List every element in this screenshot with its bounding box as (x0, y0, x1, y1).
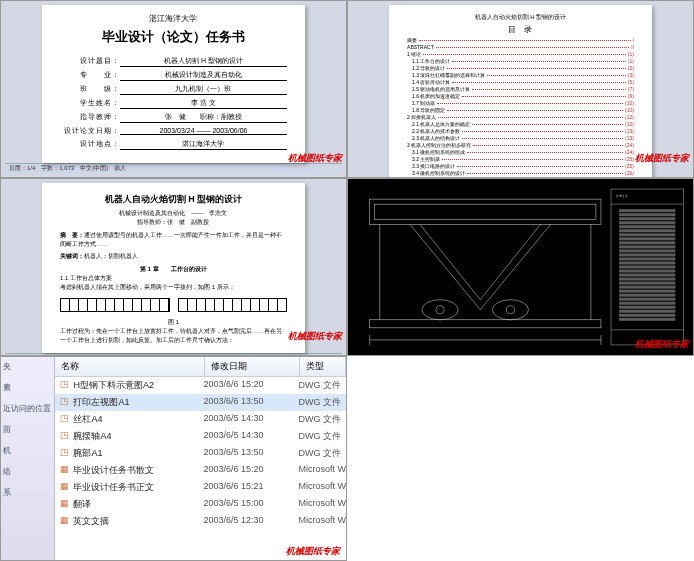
file-icon: ◳ (55, 430, 73, 443)
form-value: 机器人切割 H 型钢的设计 (120, 56, 287, 67)
file-date: 2003/6/6 15:20 (203, 379, 298, 392)
form-value: 机械设计制造及其自动化 (120, 70, 287, 81)
form-label: 学生姓名： (60, 98, 120, 108)
file-row[interactable]: ◳腕部A12003/6/5 13:50DWG 文件 (55, 445, 346, 462)
toc-row: 3.3 接口电路的设计(25) (407, 163, 634, 170)
file-icon: ▦ (55, 498, 73, 511)
toc-text: 1 绪论 (407, 51, 421, 58)
toc-row: 1.3 滚珠丝杠螺母副的选择和计算(3) (407, 72, 634, 79)
file-row[interactable]: ◳H型钢下料示意图A22003/6/6 15:20DWG 文件 (55, 377, 346, 394)
col-date[interactable]: 修改日期 (205, 357, 300, 376)
sidebar-link[interactable]: 夹 (3, 361, 52, 372)
file-row[interactable]: ◳丝杠A42003/6/5 14:30DWG 文件 (55, 411, 346, 428)
cad-svg: 技术要求 (348, 179, 693, 355)
sidebar-link[interactable]: 面 (3, 424, 52, 435)
body-text-2: 工作过程为：先在一个工作台上放置好工件，待机器人对齐，点气割完后……再在另一个工… (60, 327, 287, 345)
essay-title: 机器人自动火焰切割 H 型钢的设计 (60, 193, 287, 207)
doc-heading: 毕业设计（论文）任务书 (60, 28, 287, 46)
file-name: 翻译 (73, 498, 203, 511)
file-list: 名称 修改日期 类型 ◳H型钢下料示意图A22003/6/6 15:20DWG … (55, 357, 346, 560)
svg-rect-43 (619, 314, 675, 317)
sidebar-link[interactable]: 机 (3, 445, 52, 456)
file-date: 2003/6/5 12:30 (203, 515, 298, 528)
file-type: DWG 文件 (298, 413, 346, 426)
toc-text: 1.8 导轨的固定 (407, 107, 445, 114)
sidebar-link[interactable]: 素 (3, 382, 52, 393)
file-row[interactable]: ▦翻译2003/6/5 15:00Microsoft W (55, 496, 346, 513)
explorer-sidebar: 夹素近访问的位置面机络系 (1, 357, 55, 560)
paper-toc: 机器人自动火焰切割 H 型钢的设计 目 录 摘要IABSTRACTII1 绪论(… (389, 5, 652, 178)
file-header-row[interactable]: 名称 修改日期 类型 (55, 357, 346, 377)
svg-rect-32 (619, 270, 675, 273)
svg-rect-23 (619, 233, 675, 236)
toc-page: (26) (625, 170, 634, 177)
toc-text: 1.6 机床的加速度确定 (407, 93, 460, 100)
toc-heading: 目 录 (407, 24, 634, 35)
toc-row: 2.1 机器人总体方案的确定(12) (407, 121, 634, 128)
abstract-label: 摘 要： (60, 232, 84, 238)
svg-text:技术要求: 技术要求 (615, 194, 628, 198)
toc-page: (2) (628, 65, 634, 72)
file-name: 腕部A1 (73, 447, 203, 460)
svg-rect-18 (619, 213, 675, 216)
file-row[interactable]: ◳打印左视图A12003/6/6 13:50DWG 文件 (55, 394, 346, 411)
toc-doc-title: 机器人自动火焰切割 H 型钢的设计 (407, 13, 634, 22)
toc-page: I (633, 37, 634, 44)
file-icon: ◳ (55, 396, 73, 409)
svg-rect-19 (619, 217, 675, 220)
file-name: 毕业设计任务书正文 (73, 481, 203, 494)
file-type: Microsoft W (298, 464, 346, 477)
toc-text: 1.4 齿轮传动计算 (407, 79, 450, 86)
sidebar-link[interactable]: 络 (3, 466, 52, 477)
file-type: Microsoft W (298, 498, 346, 511)
form-row: 设计论文日期：2003/03/24 —— 2003/06/06 (60, 126, 287, 136)
section-heading: 1.1 工作台总体方案 (60, 274, 287, 283)
toc-row: 摘要I (407, 37, 634, 44)
svg-rect-24 (619, 237, 675, 240)
file-type: Microsoft W (298, 515, 346, 528)
toc-row: 3 机器人控制方法的初步研究(24) (407, 142, 634, 149)
form-row: 指导教师：张 健 职称：副教授 (60, 112, 287, 123)
toc-text: 1.1 工作台的设计 (407, 58, 450, 65)
svg-rect-31 (619, 265, 675, 268)
toc-page: (12) (625, 121, 634, 128)
toc-page: (13) (625, 135, 634, 142)
toc-row: 1.8 导轨的固定(10) (407, 107, 634, 114)
doc-panel-essay: 机器人自动火焰切割 H 型钢的设计 机械设计制造及其自动化 —— 李浩文 指导教… (0, 178, 347, 356)
file-date: 2003/6/6 15:21 (203, 481, 298, 494)
toc-text: 摘要 (407, 37, 417, 44)
toc-text: ABSTRACT (407, 44, 434, 51)
file-row[interactable]: ◳腕摆轴A42003/6/5 14:30DWG 文件 (55, 428, 346, 445)
col-type[interactable]: 类型 (300, 357, 346, 376)
svg-rect-20 (619, 221, 675, 224)
toc-page: (10) (625, 107, 634, 114)
toc-text: 2.2 机器人的技术参数 (407, 128, 460, 135)
status-bar: 页面：1/4 字数：1,073 中文(中国) 插入 (5, 163, 342, 173)
toc-row: 1.7 制动器(10) (407, 100, 634, 107)
toc-page: (1) (628, 58, 634, 65)
form-label: 班 级： (60, 84, 120, 94)
file-name: H型钢下料示意图A2 (73, 379, 203, 392)
toc-text: 3.1 微机控制系统的组成 (407, 149, 465, 156)
svg-rect-44 (619, 318, 675, 321)
sidebar-link[interactable]: 近访问的位置 (3, 403, 52, 414)
form-value: 2003/03/24 —— 2003/06/06 (120, 127, 287, 135)
toc-page: (5) (628, 79, 634, 86)
file-row[interactable]: ▦毕业设计任务书散文2003/6/6 15:20Microsoft W (55, 462, 346, 479)
form-row: 学生姓名：李 浩 文 (60, 98, 287, 109)
col-name[interactable]: 名称 (55, 357, 205, 376)
file-type: DWG 文件 (298, 447, 346, 460)
file-date: 2003/6/6 13:50 (203, 396, 298, 409)
keywords-text: 机器人；切割机器人 (84, 253, 138, 259)
sidebar-link[interactable]: 系 (3, 487, 52, 498)
toc-page: (24) (625, 142, 634, 149)
file-row[interactable]: ▦英文文摘2003/6/5 12:30Microsoft W (55, 513, 346, 530)
file-icon: ◳ (55, 447, 73, 460)
form-label: 设计论文日期： (60, 126, 120, 136)
toc-text: 3 机器人控制方法的初步研究 (407, 142, 471, 149)
toc-text: 3.3 接口电路的设计 (407, 163, 455, 170)
form-value: 张 健 职称：副教授 (120, 112, 287, 123)
file-row[interactable]: ▦毕业设计任务书正文2003/6/6 15:21Microsoft W (55, 479, 346, 496)
file-icon: ▦ (55, 481, 73, 494)
svg-rect-36 (619, 286, 675, 289)
